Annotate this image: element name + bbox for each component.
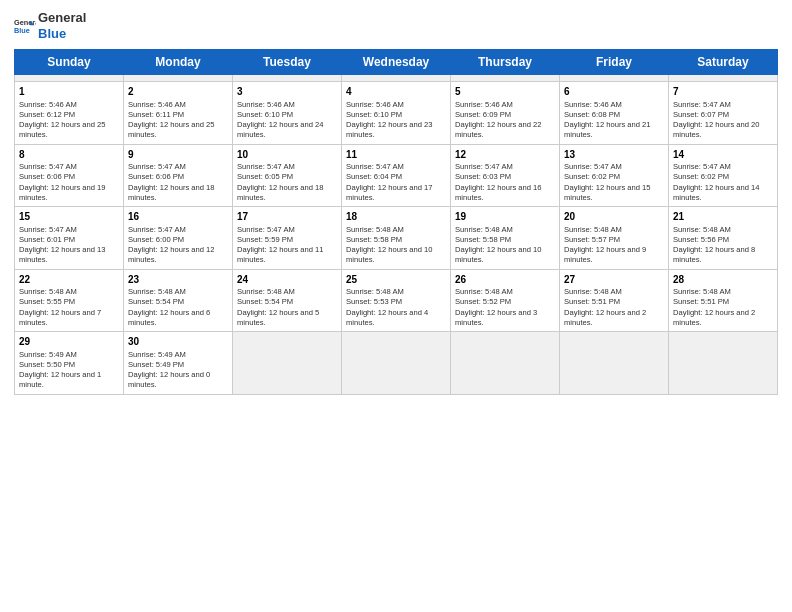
cell-info: Sunset: 5:58 PM (346, 235, 446, 245)
day-cell-11: 11Sunrise: 5:47 AMSunset: 6:04 PMDayligh… (342, 144, 451, 207)
empty-cell (451, 75, 560, 82)
cell-info: Sunrise: 5:46 AM (19, 100, 119, 110)
cell-info: Sunrise: 5:46 AM (128, 100, 228, 110)
calendar-page: General Blue General Blue SundayMondayTu… (0, 0, 792, 612)
cell-info: Daylight: 12 hours and 2 minutes. (564, 308, 664, 329)
cell-info: Sunset: 6:06 PM (128, 172, 228, 182)
cell-info: Sunrise: 5:47 AM (237, 225, 337, 235)
cell-info: Sunset: 6:11 PM (128, 110, 228, 120)
cell-info: Sunset: 5:52 PM (455, 297, 555, 307)
day-header-saturday: Saturday (669, 50, 778, 75)
cell-info: Daylight: 12 hours and 19 minutes. (19, 183, 119, 204)
day-cell-3: 3Sunrise: 5:46 AMSunset: 6:10 PMDaylight… (233, 82, 342, 145)
day-cell-5: 5Sunrise: 5:46 AMSunset: 6:09 PMDaylight… (451, 82, 560, 145)
day-cell-8: 8Sunrise: 5:47 AMSunset: 6:06 PMDaylight… (15, 144, 124, 207)
cell-info: Sunset: 6:07 PM (673, 110, 773, 120)
cell-info: Sunrise: 5:46 AM (455, 100, 555, 110)
cell-info: Daylight: 12 hours and 17 minutes. (346, 183, 446, 204)
day-number: 4 (346, 85, 446, 99)
day-cell-6: 6Sunrise: 5:46 AMSunset: 6:08 PMDaylight… (560, 82, 669, 145)
cell-info: Sunset: 5:58 PM (455, 235, 555, 245)
svg-text:Blue: Blue (14, 25, 30, 34)
cell-info: Daylight: 12 hours and 23 minutes. (346, 120, 446, 141)
day-cell-9: 9Sunrise: 5:47 AMSunset: 6:06 PMDaylight… (124, 144, 233, 207)
cell-info: Daylight: 12 hours and 0 minutes. (128, 370, 228, 391)
cell-info: Sunset: 5:51 PM (564, 297, 664, 307)
day-number: 3 (237, 85, 337, 99)
cell-info: Daylight: 12 hours and 8 minutes. (673, 245, 773, 266)
cell-info: Sunrise: 5:48 AM (128, 287, 228, 297)
day-header-thursday: Thursday (451, 50, 560, 75)
cell-info: Sunrise: 5:48 AM (346, 225, 446, 235)
cell-info: Sunrise: 5:48 AM (564, 225, 664, 235)
cell-info: Sunset: 6:05 PM (237, 172, 337, 182)
empty-cell (560, 332, 669, 395)
empty-cell (233, 75, 342, 82)
day-number: 18 (346, 210, 446, 224)
day-cell-19: 19Sunrise: 5:48 AMSunset: 5:58 PMDayligh… (451, 207, 560, 270)
cell-info: Sunset: 5:53 PM (346, 297, 446, 307)
empty-cell (669, 332, 778, 395)
day-number: 17 (237, 210, 337, 224)
day-cell-16: 16Sunrise: 5:47 AMSunset: 6:00 PMDayligh… (124, 207, 233, 270)
day-cell-7: 7Sunrise: 5:47 AMSunset: 6:07 PMDaylight… (669, 82, 778, 145)
cell-info: Daylight: 12 hours and 18 minutes. (128, 183, 228, 204)
cell-info: Sunset: 5:56 PM (673, 235, 773, 245)
cell-info: Sunset: 6:00 PM (128, 235, 228, 245)
day-cell-15: 15Sunrise: 5:47 AMSunset: 6:01 PMDayligh… (15, 207, 124, 270)
day-cell-17: 17Sunrise: 5:47 AMSunset: 5:59 PMDayligh… (233, 207, 342, 270)
cell-info: Daylight: 12 hours and 5 minutes. (237, 308, 337, 329)
day-number: 14 (673, 148, 773, 162)
logo: General Blue General Blue (14, 10, 86, 41)
day-cell-27: 27Sunrise: 5:48 AMSunset: 5:51 PMDayligh… (560, 269, 669, 332)
day-header-friday: Friday (560, 50, 669, 75)
day-header-wednesday: Wednesday (342, 50, 451, 75)
day-number: 9 (128, 148, 228, 162)
cell-info: Sunset: 5:49 PM (128, 360, 228, 370)
day-cell-24: 24Sunrise: 5:48 AMSunset: 5:54 PMDayligh… (233, 269, 342, 332)
week-row-4: 22Sunrise: 5:48 AMSunset: 5:55 PMDayligh… (15, 269, 778, 332)
day-cell-14: 14Sunrise: 5:47 AMSunset: 6:02 PMDayligh… (669, 144, 778, 207)
day-number: 26 (455, 273, 555, 287)
day-number: 12 (455, 148, 555, 162)
cell-info: Sunset: 6:06 PM (19, 172, 119, 182)
cell-info: Sunrise: 5:48 AM (564, 287, 664, 297)
cell-info: Sunset: 6:08 PM (564, 110, 664, 120)
empty-cell (15, 75, 124, 82)
day-number: 1 (19, 85, 119, 99)
day-cell-1: 1Sunrise: 5:46 AMSunset: 6:12 PMDaylight… (15, 82, 124, 145)
logo-blue: Blue (38, 26, 86, 42)
cell-info: Sunrise: 5:47 AM (673, 100, 773, 110)
day-number: 19 (455, 210, 555, 224)
cell-info: Sunset: 6:12 PM (19, 110, 119, 120)
day-number: 16 (128, 210, 228, 224)
cell-info: Daylight: 12 hours and 2 minutes. (673, 308, 773, 329)
cell-info: Sunrise: 5:48 AM (455, 225, 555, 235)
day-number: 2 (128, 85, 228, 99)
day-cell-2: 2Sunrise: 5:46 AMSunset: 6:11 PMDaylight… (124, 82, 233, 145)
week-row-1: 1Sunrise: 5:46 AMSunset: 6:12 PMDaylight… (15, 82, 778, 145)
cell-info: Sunrise: 5:48 AM (346, 287, 446, 297)
day-cell-25: 25Sunrise: 5:48 AMSunset: 5:53 PMDayligh… (342, 269, 451, 332)
cell-info: Sunset: 5:50 PM (19, 360, 119, 370)
day-cell-20: 20Sunrise: 5:48 AMSunset: 5:57 PMDayligh… (560, 207, 669, 270)
cell-info: Daylight: 12 hours and 4 minutes. (346, 308, 446, 329)
cell-info: Sunrise: 5:47 AM (19, 225, 119, 235)
cell-info: Daylight: 12 hours and 6 minutes. (128, 308, 228, 329)
cell-info: Sunset: 6:02 PM (564, 172, 664, 182)
week-row-2: 8Sunrise: 5:47 AMSunset: 6:06 PMDaylight… (15, 144, 778, 207)
day-cell-28: 28Sunrise: 5:48 AMSunset: 5:51 PMDayligh… (669, 269, 778, 332)
cell-info: Sunrise: 5:47 AM (346, 162, 446, 172)
cell-info: Sunrise: 5:47 AM (128, 162, 228, 172)
day-cell-12: 12Sunrise: 5:47 AMSunset: 6:03 PMDayligh… (451, 144, 560, 207)
cell-info: Daylight: 12 hours and 7 minutes. (19, 308, 119, 329)
cell-info: Sunset: 6:01 PM (19, 235, 119, 245)
empty-cell (560, 75, 669, 82)
cell-info: Daylight: 12 hours and 16 minutes. (455, 183, 555, 204)
empty-cell (669, 75, 778, 82)
week-row-3: 15Sunrise: 5:47 AMSunset: 6:01 PMDayligh… (15, 207, 778, 270)
cell-info: Sunrise: 5:48 AM (19, 287, 119, 297)
day-cell-26: 26Sunrise: 5:48 AMSunset: 5:52 PMDayligh… (451, 269, 560, 332)
cell-info: Sunset: 5:57 PM (564, 235, 664, 245)
cell-info: Sunset: 5:54 PM (237, 297, 337, 307)
